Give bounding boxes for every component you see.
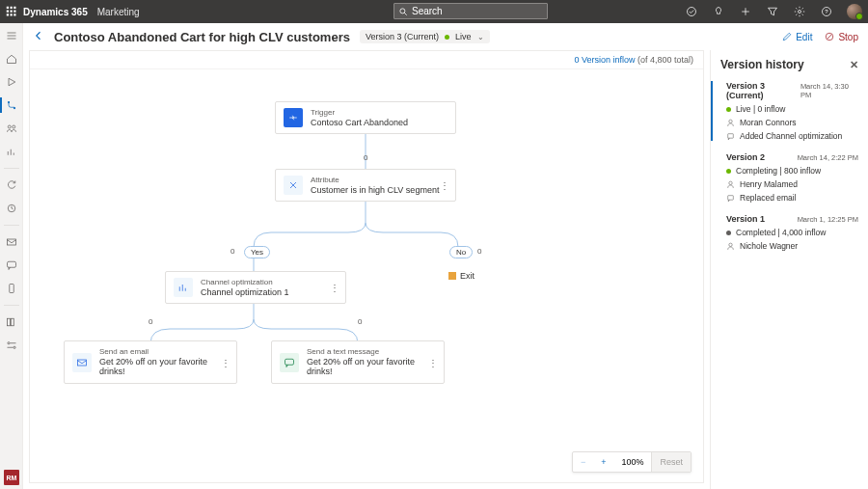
assistant-icon[interactable] — [685, 5, 698, 18]
count: 0 — [358, 317, 362, 326]
status-dot-icon — [445, 35, 449, 40]
nav-play[interactable] — [5, 75, 18, 89]
svg-point-34 — [13, 346, 14, 348]
svg-point-23 — [12, 125, 14, 128]
help-icon[interactable]: ? — [820, 5, 833, 18]
more-icon[interactable]: ⋮ — [221, 357, 231, 367]
svg-line-10 — [404, 13, 407, 15]
version-history-panel: Version history ✕ Version 3 (Current)Mar… — [710, 50, 868, 489]
email-icon — [72, 353, 92, 372]
trigger-icon — [284, 108, 303, 127]
status-label: Live — [455, 32, 472, 41]
svg-point-45 — [729, 120, 732, 122]
node-attribute[interactable]: AttributeCustomer is in high CLV segment… — [275, 169, 456, 202]
global-search[interactable]: Search — [393, 3, 548, 19]
svg-point-11 — [688, 8, 696, 16]
flag-icon — [448, 272, 456, 280]
node-send-sms[interactable]: Send a text messageGet 20% off on your f… — [271, 340, 445, 384]
note-icon — [726, 132, 735, 141]
count: 0 — [231, 247, 234, 256]
svg-rect-48 — [728, 195, 734, 200]
svg-point-49 — [729, 243, 732, 246]
branch-yes[interactable]: Yes — [244, 246, 270, 258]
svg-point-47 — [729, 181, 732, 184]
journey-canvas[interactable]: 0 Version inflow (of 4,800 total) Trigge… — [29, 50, 704, 483]
nav-analytics[interactable] — [5, 145, 18, 158]
app-launcher[interactable] — [0, 6, 23, 17]
nav-refresh[interactable] — [5, 178, 18, 192]
version-item[interactable]: Version 3 (Current)March 14, 3:30 PM Liv… — [720, 81, 858, 141]
nav-settings[interactable] — [5, 339, 18, 352]
attribute-icon — [284, 176, 303, 195]
lightbulb-icon[interactable] — [712, 5, 725, 18]
svg-rect-2 — [14, 7, 15, 9]
zoom-reset-button[interactable]: Reset — [651, 452, 691, 472]
more-icon[interactable]: ⋮ — [428, 357, 438, 367]
version-chip[interactable]: Version 3 (Current) Live ⌄ — [360, 30, 490, 43]
version-item[interactable]: Version 1March 1, 12:25 PM Completed | 4… — [720, 214, 858, 251]
svg-rect-30 — [9, 285, 14, 293]
count: 0 — [477, 247, 481, 256]
branch-no[interactable]: No — [449, 246, 473, 258]
svg-rect-32 — [11, 318, 14, 326]
count: 0 — [364, 153, 367, 162]
back-button[interactable] — [33, 28, 50, 45]
more-icon[interactable]: ⋮ — [440, 180, 449, 191]
user-avatar[interactable] — [847, 4, 862, 19]
note-icon — [726, 194, 735, 203]
nav-separator — [4, 168, 19, 169]
filter-icon[interactable] — [766, 5, 779, 18]
nav-home[interactable] — [5, 52, 18, 66]
stop-button[interactable]: Stop — [824, 31, 858, 42]
global-topbar: Dynamics 365 Marketing Search ? — [0, 0, 868, 23]
search-placeholder: Search — [412, 6, 443, 16]
svg-line-38 — [827, 35, 832, 40]
nav-separator — [4, 305, 19, 306]
svg-rect-28 — [7, 239, 15, 245]
page-header: Contoso Abandoned Cart for high CLV cust… — [23, 23, 868, 50]
close-button[interactable]: ✕ — [850, 59, 858, 71]
node-trigger[interactable]: TriggerContoso Cart Abandoned — [275, 101, 456, 134]
nav-clock[interactable] — [5, 202, 18, 215]
zoom-value: 100% — [613, 457, 651, 467]
nav-segments[interactable] — [5, 122, 18, 135]
svg-point-33 — [7, 342, 9, 344]
more-icon[interactable]: ⋮ — [330, 283, 339, 293]
svg-rect-44 — [285, 359, 294, 365]
svg-rect-8 — [14, 14, 15, 15]
nav-library[interactable] — [5, 315, 18, 329]
svg-rect-3 — [7, 11, 9, 13]
svg-rect-6 — [7, 14, 9, 15]
version-item[interactable]: Version 2March 14, 2:22 PM Completing | … — [720, 152, 858, 203]
nav-email[interactable] — [5, 235, 18, 249]
inflow-total: (of 4,800 total) — [635, 55, 693, 65]
presence-badge[interactable]: RM — [4, 470, 19, 485]
svg-point-14 — [799, 11, 801, 14]
node-send-email[interactable]: Send an emailGet 20% off on your favorit… — [64, 340, 237, 384]
person-icon — [726, 242, 735, 251]
svg-point-9 — [400, 8, 405, 13]
inflow-bar: 0 Version inflow (of 4,800 total) — [30, 51, 703, 69]
edit-button[interactable]: Edit — [781, 31, 812, 42]
zoom-out-button[interactable]: − — [573, 457, 593, 467]
left-nav — [0, 23, 23, 489]
svg-rect-29 — [7, 261, 15, 267]
brand-label: Dynamics 365 — [23, 7, 97, 17]
node-channel-optimization[interactable]: Channel optimizationChannel optimization… — [165, 271, 346, 304]
main: 0 Version inflow (of 4,800 total) Trigge… — [23, 50, 868, 489]
status-dot-icon — [726, 107, 731, 112]
zoom-control: − + 100% Reset — [572, 451, 692, 473]
nav-push[interactable] — [5, 282, 18, 295]
nav-journeys[interactable] — [5, 98, 18, 112]
search-icon — [398, 7, 408, 16]
svg-rect-1 — [11, 7, 13, 9]
inflow-link[interactable]: 0 Version inflow — [574, 55, 635, 65]
nav-menu[interactable] — [5, 29, 18, 42]
zoom-in-button[interactable]: + — [593, 457, 613, 467]
settings-icon[interactable] — [793, 5, 806, 18]
nav-sms[interactable] — [5, 258, 18, 272]
svg-rect-46 — [728, 133, 734, 138]
waffle-icon — [6, 6, 17, 17]
add-icon[interactable] — [739, 5, 752, 18]
panel-title: Version history — [720, 58, 804, 71]
